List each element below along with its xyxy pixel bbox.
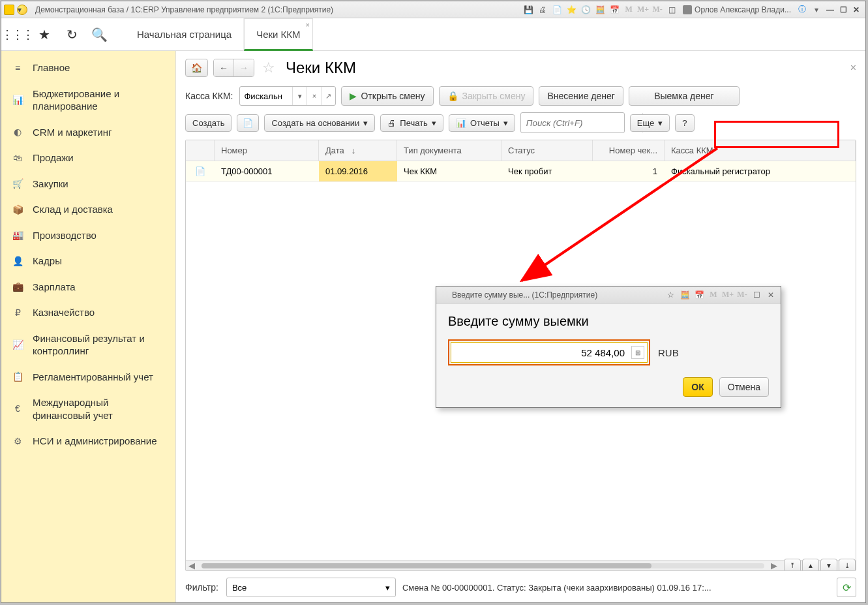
dropdown-sys-icon[interactable]: ▾	[17, 5, 27, 15]
forward-button[interactable]: →	[234, 59, 254, 76]
sidebar-item-finresult[interactable]: 📈Финансовый результат и контроллинг	[1, 326, 175, 364]
create-based-button[interactable]: Создать на основании ▾	[264, 114, 375, 132]
dialog-title: Введите сумму вые... (1С:Предприятие)	[452, 290, 597, 300]
sidebar-item-hr[interactable]: 👤Кадры	[1, 248, 175, 274]
m-icon[interactable]: M	[623, 4, 635, 16]
sidebar-item-main[interactable]: ≡Главное	[1, 55, 175, 81]
create-label: Создать	[192, 118, 224, 128]
jump-bottom-button[interactable]: ⤓	[839, 559, 856, 572]
tab-close-icon[interactable]: ×	[306, 22, 310, 29]
dialog-close-icon[interactable]: ✕	[765, 289, 777, 301]
euro-icon: €	[10, 403, 25, 415]
sidebar-item-warehouse[interactable]: 📦Склад и доставка	[1, 196, 175, 223]
search-icon[interactable]: 🔍	[91, 27, 107, 42]
mplus-icon[interactable]: M+	[637, 4, 649, 16]
kassa-clear-icon[interactable]: ×	[307, 87, 321, 105]
kassa-open-icon[interactable]: ↗	[321, 87, 335, 105]
kassa-input[interactable]	[240, 87, 292, 105]
dialog-max-icon[interactable]: ☐	[751, 289, 762, 301]
sidebar-item-sales[interactable]: 🛍Продажи	[1, 145, 175, 171]
favorite-icon[interactable]: ⭐	[565, 4, 577, 16]
kassa-dd-icon[interactable]: ▾	[292, 87, 307, 105]
reports-button[interactable]: 📊 Отчеты ▾	[449, 114, 515, 132]
pie-icon: ◐	[10, 126, 25, 138]
info-icon[interactable]: ⓘ	[796, 4, 808, 16]
th-checkno[interactable]: Номер чек...	[593, 140, 665, 161]
sidebar-label: Склад и доставка	[33, 203, 113, 216]
sidebar-item-salary[interactable]: 💼Зарплата	[1, 274, 175, 300]
copy-doc-button[interactable]: 📄	[237, 114, 259, 132]
mminus-icon[interactable]: M-	[651, 4, 663, 16]
refresh-button[interactable]: ⟳	[837, 578, 856, 597]
cancel-button[interactable]: Отмена	[719, 377, 769, 397]
chart-icon: 📊	[10, 94, 25, 106]
user-display[interactable]: Орлов Александр Влади...	[683, 5, 791, 14]
apps-icon[interactable]: ⋮⋮⋮	[9, 27, 25, 42]
th-number[interactable]: Номер	[215, 140, 319, 161]
tab-home[interactable]: Начальная страница	[125, 18, 244, 50]
dialog-mminus-icon[interactable]: M-	[736, 289, 748, 301]
dialog-calendar-icon[interactable]: 📅	[693, 289, 705, 301]
history-icon[interactable]: 🕓	[580, 4, 591, 16]
scroll-left-icon[interactable]: ◀	[186, 561, 198, 570]
search-input[interactable]	[521, 113, 642, 132]
withdraw-button[interactable]: Выемка денег	[629, 86, 740, 106]
jump-down-button[interactable]: ▼	[820, 559, 837, 572]
dialog-m-icon[interactable]: M	[708, 289, 719, 301]
history-nav-icon[interactable]: ↻	[64, 27, 80, 42]
jump-up-button[interactable]: ▲	[802, 559, 819, 572]
favorite-star-icon[interactable]: ☆	[262, 59, 275, 76]
more-button[interactable]: Еще ▾	[630, 114, 670, 132]
close-shift-button[interactable]: 🔒Закрыть смену	[439, 86, 534, 106]
open-shift-button[interactable]: ▶Открыть смену	[341, 86, 433, 106]
info-dd-icon[interactable]: ▾	[811, 4, 822, 16]
copy-icon[interactable]: 📄	[551, 4, 563, 16]
print-button[interactable]: 🖨 Печать ▾	[380, 114, 443, 132]
table-row[interactable]: 📄 ТД00-000001 01.09.2016 Чек ККМ Чек про…	[186, 161, 856, 182]
deposit-button[interactable]: Внесение денег	[539, 86, 623, 106]
save-icon[interactable]: 💾	[522, 4, 534, 16]
th-date[interactable]: Дата ↓	[319, 140, 397, 161]
dialog-mplus-icon[interactable]: M+	[722, 289, 734, 301]
sidebar-item-budgeting[interactable]: 📊Бюджетирование и планирование	[1, 81, 175, 119]
maximize-button[interactable]: ☐	[837, 4, 850, 16]
th-kassa[interactable]: Касса ККМ	[665, 140, 856, 161]
sidebar-item-production[interactable]: 🏭Производство	[1, 223, 175, 249]
print-icon[interactable]: 🖨	[537, 4, 548, 16]
amount-input[interactable]	[451, 347, 629, 358]
sidebar-item-purchases[interactable]: 🛒Закупки	[1, 171, 175, 197]
window-titlebar: ▾ Демонстрационная база / 1С:ERP Управле…	[1, 1, 865, 18]
horizontal-scrollbar[interactable]: ◀ ▶ ⤒ ▲ ▼ ⤓	[186, 560, 856, 570]
sidebar-label: Производство	[33, 229, 97, 242]
sidebar-item-admin[interactable]: ⚙НСИ и администрирование	[1, 428, 175, 454]
dialog-fav-icon[interactable]: ☆	[665, 289, 676, 301]
sidebar-item-regaccounting[interactable]: 📋Регламентированный учет	[1, 364, 175, 390]
panel-icon[interactable]: ◫	[666, 4, 678, 16]
back-button[interactable]: ←	[214, 59, 234, 76]
th-type[interactable]: Тип документа	[397, 140, 501, 161]
sidebar-item-ifrs[interactable]: €Международный финансовый учет	[1, 390, 175, 428]
ok-button[interactable]: ОК	[683, 377, 712, 397]
page-title: Чеки ККМ	[286, 59, 356, 77]
open-shift-label: Открыть смену	[361, 91, 425, 101]
create-button[interactable]: Создать	[185, 114, 232, 132]
minimize-button[interactable]: —	[824, 4, 837, 16]
tab-checks[interactable]: Чеки ККМ ×	[244, 18, 312, 51]
calendar-icon[interactable]: 📅	[608, 4, 620, 16]
scroll-right-icon[interactable]: ▶	[768, 561, 780, 570]
search-field[interactable]: ×	[520, 112, 625, 133]
dialog-calc-icon[interactable]: 🧮	[679, 289, 691, 301]
sidebar-item-treasury[interactable]: ₽Казначейство	[1, 300, 175, 326]
help-button[interactable]: ?	[675, 114, 694, 132]
calculator-icon[interactable]: ⊞	[631, 346, 644, 359]
calc-icon[interactable]: 🧮	[594, 4, 606, 16]
th-status[interactable]: Статус	[501, 140, 593, 161]
home-button[interactable]: 🏠	[185, 59, 208, 77]
filter-select[interactable]: Все ▾	[226, 578, 396, 597]
star-icon[interactable]: ★	[37, 27, 52, 42]
kassa-field[interactable]: ▾ × ↗	[239, 86, 336, 106]
close-button[interactable]: ✕	[850, 4, 863, 16]
sidebar-item-crm[interactable]: ◐CRM и маркетинг	[1, 119, 175, 146]
jump-top-button[interactable]: ⤒	[784, 559, 801, 572]
close-page-button[interactable]: ×	[850, 62, 856, 74]
